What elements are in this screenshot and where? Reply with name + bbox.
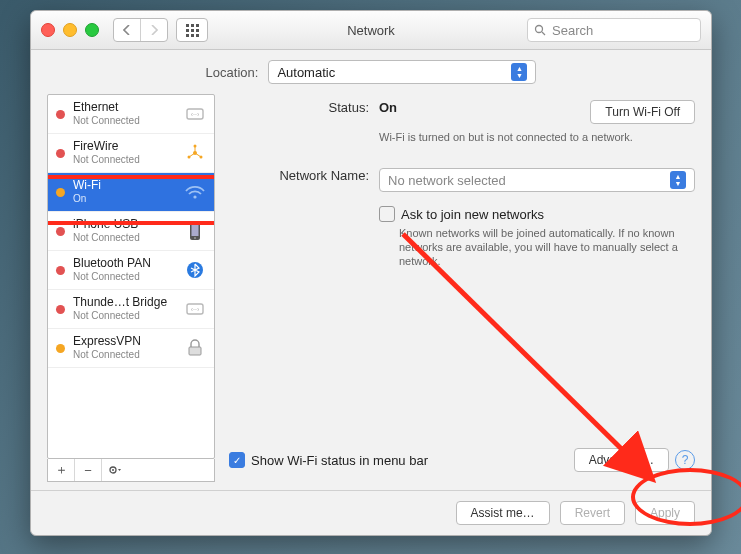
wifi-icon [184, 181, 206, 203]
service-status: Not Connected [73, 114, 140, 128]
status-value: On [379, 100, 397, 115]
forward-button[interactable] [140, 19, 167, 41]
service-item-wifi[interactable]: Wi-FiOn [48, 173, 214, 212]
service-name: ExpressVPN [73, 334, 141, 348]
status-dot [56, 188, 65, 197]
status-dot [56, 344, 65, 353]
titlebar: Network Search [31, 11, 711, 50]
add-service-button[interactable]: ＋ [48, 459, 75, 481]
services-column: EthernetNot Connected ‹··› FireWireNot C… [47, 94, 215, 482]
svg-rect-13 [192, 224, 199, 236]
status-dot [56, 266, 65, 275]
location-label: Location: [206, 65, 259, 80]
service-item-bluetooth[interactable]: Bluetooth PANNot Connected [48, 251, 214, 290]
gear-icon [108, 464, 122, 476]
checkbox-icon [379, 206, 395, 222]
service-name: Wi-Fi [73, 178, 101, 192]
firewire-icon [184, 142, 206, 164]
assist-me-button[interactable]: Assist me… [456, 501, 550, 525]
status-dot [56, 110, 65, 119]
service-name: iPhone USB [73, 217, 140, 231]
apply-button[interactable]: Apply [635, 501, 695, 525]
list-footer: ＋ − [47, 459, 215, 482]
location-select[interactable]: Automatic ▲▼ [268, 60, 536, 84]
back-button[interactable] [114, 19, 140, 41]
ethernet-icon: ‹··› [184, 103, 206, 125]
services-list: EthernetNot Connected ‹··› FireWireNot C… [47, 94, 215, 459]
service-status: Not Connected [73, 309, 167, 323]
svg-text:‹··›: ‹··› [191, 111, 200, 118]
svg-line-1 [542, 32, 545, 35]
status-description: Wi-Fi is turned on but is not connected … [379, 130, 659, 144]
svg-line-10 [195, 153, 201, 157]
service-item-firewire[interactable]: FireWireNot Connected [48, 134, 214, 173]
ask-to-join-checkbox[interactable]: Ask to join new networks [379, 206, 695, 222]
service-status: Not Connected [73, 348, 141, 362]
status-dot [56, 305, 65, 314]
chevron-updown-icon: ▲▼ [511, 63, 527, 81]
vpn-lock-icon [184, 337, 206, 359]
minimize-button[interactable] [63, 23, 77, 37]
help-button[interactable]: ? [675, 450, 695, 470]
nav-buttons [113, 18, 168, 42]
service-item-ethernet[interactable]: EthernetNot Connected ‹··› [48, 95, 214, 134]
svg-point-0 [536, 26, 543, 33]
svg-point-14 [194, 237, 196, 239]
location-value: Automatic [277, 65, 335, 80]
ask-to-join-label: Ask to join new networks [401, 207, 544, 222]
zoom-button[interactable] [85, 23, 99, 37]
status-dot [56, 227, 65, 236]
chevron-updown-icon: ▲▼ [670, 171, 686, 189]
show-all-button[interactable] [176, 18, 208, 42]
service-status: Not Connected [73, 153, 140, 167]
location-row: Location: Automatic ▲▼ [31, 50, 711, 94]
svg-point-20 [112, 469, 114, 471]
revert-button[interactable]: Revert [560, 501, 625, 525]
bluetooth-icon [184, 259, 206, 281]
ask-to-join-description: Known networks will be joined automatica… [399, 226, 679, 268]
iphone-icon [184, 220, 206, 242]
remove-service-button[interactable]: − [75, 459, 102, 481]
checkbox-checked-icon: ✓ [229, 452, 245, 468]
svg-text:‹··›: ‹··› [191, 306, 200, 313]
service-name: Ethernet [73, 100, 140, 114]
close-button[interactable] [41, 23, 55, 37]
service-name: Bluetooth PAN [73, 256, 151, 270]
service-name: FireWire [73, 139, 140, 153]
svg-rect-18 [189, 347, 201, 355]
network-name-value: No network selected [388, 173, 506, 188]
detail-panel: Status: On Turn Wi-Fi Off Wi-Fi is turne… [229, 94, 695, 482]
advanced-button[interactable]: Advanced… [574, 448, 669, 472]
service-status: On [73, 192, 101, 206]
search-icon [534, 24, 546, 36]
service-item-iphone-usb[interactable]: iPhone USBNot Connected [48, 212, 214, 251]
svg-point-11 [193, 195, 196, 198]
traffic-lights [41, 23, 99, 37]
search-field[interactable]: Search [527, 18, 701, 42]
network-prefs-window: Network Search Location: Automatic ▲▼ Et… [30, 10, 712, 536]
status-dot [56, 149, 65, 158]
show-status-checkbox[interactable]: ✓ Show Wi-Fi status in menu bar [229, 452, 428, 468]
service-status: Not Connected [73, 270, 151, 284]
service-name: Thunde…t Bridge [73, 295, 167, 309]
service-item-expressvpn[interactable]: ExpressVPNNot Connected [48, 329, 214, 368]
network-name-select[interactable]: No network selected ▲▼ [379, 168, 695, 192]
bottom-bar: Assist me… Revert Apply [31, 490, 711, 535]
service-status: Not Connected [73, 231, 140, 245]
svg-line-21 [403, 234, 649, 476]
main-content: EthernetNot Connected ‹··› FireWireNot C… [31, 94, 711, 490]
turn-wifi-off-button[interactable]: Turn Wi-Fi Off [590, 100, 695, 124]
svg-line-9 [189, 153, 195, 157]
network-name-label: Network Name: [229, 168, 379, 192]
show-status-label: Show Wi-Fi status in menu bar [251, 453, 428, 468]
status-label: Status: [229, 100, 379, 124]
search-placeholder: Search [552, 23, 593, 38]
service-item-thunderbolt-bridge[interactable]: Thunde…t BridgeNot Connected ‹··› [48, 290, 214, 329]
service-actions-button[interactable] [102, 459, 128, 481]
thunderbolt-icon: ‹··› [184, 298, 206, 320]
